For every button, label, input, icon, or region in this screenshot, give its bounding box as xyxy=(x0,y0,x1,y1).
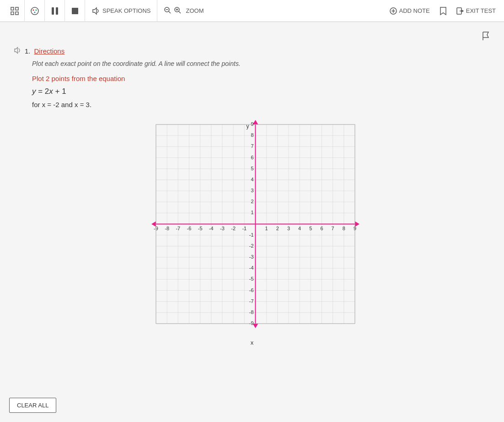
zoom-in-icon[interactable] xyxy=(174,6,181,15)
svg-rect-10 xyxy=(72,8,78,14)
svg-line-15 xyxy=(179,11,181,13)
directions-link[interactable]: Directions xyxy=(34,47,65,55)
zoom-out-icon[interactable] xyxy=(164,6,171,15)
main-content: 1. Directions Plot each exact point on t… xyxy=(0,22,504,422)
svg-rect-8 xyxy=(52,7,54,15)
question-speak-icon[interactable] xyxy=(14,47,21,55)
directions-text: Plot each exact point on the coordinate … xyxy=(32,60,490,67)
exit-test-label: EXIT TEST xyxy=(466,7,496,14)
toolbar-right: ADD NOTE EXIT TEST xyxy=(386,5,499,16)
svg-rect-0 xyxy=(11,7,14,10)
zoom-label: ZOOM xyxy=(186,7,204,14)
equation: y = 2x + 1 xyxy=(32,87,490,96)
svg-point-7 xyxy=(34,11,35,13)
zoom-section: ZOOM xyxy=(157,0,210,22)
exit-test-btn[interactable]: EXIT TEST xyxy=(453,5,499,16)
svg-point-4 xyxy=(31,7,38,15)
svg-point-5 xyxy=(32,9,34,11)
grid-icon-btn[interactable] xyxy=(5,0,25,22)
flag-container xyxy=(14,31,490,43)
svg-rect-9 xyxy=(56,7,58,15)
svg-line-12 xyxy=(169,11,171,13)
bottom-bar: CLEAR ALL xyxy=(9,398,56,413)
speak-options-btn[interactable]: SPEAK OPTIONS xyxy=(85,0,157,22)
speak-options-label: SPEAK OPTIONS xyxy=(102,7,150,14)
toolbar-left: SPEAK OPTIONS ZOOM xyxy=(5,0,386,22)
add-note-label: ADD NOTE xyxy=(399,7,430,14)
palette-icon-btn[interactable] xyxy=(25,0,45,22)
for-x-text: for x = -2 and x = 3. xyxy=(32,101,490,108)
clear-all-button[interactable]: CLEAR ALL xyxy=(9,398,56,413)
add-note-btn[interactable]: ADD NOTE xyxy=(386,5,434,16)
svg-rect-3 xyxy=(16,12,18,15)
pause-icon-btn[interactable] xyxy=(45,0,65,22)
question-number: 1. xyxy=(25,47,31,55)
svg-rect-1 xyxy=(16,7,18,10)
grid-wrapper: x xyxy=(142,118,362,346)
bookmark-btn[interactable] xyxy=(439,6,447,16)
question-header: 1. Directions xyxy=(14,47,490,55)
coordinate-grid[interactable] xyxy=(142,118,362,337)
stop-icon-btn[interactable] xyxy=(65,0,85,22)
grid-container: x xyxy=(14,118,490,346)
flag-icon[interactable] xyxy=(481,31,490,43)
svg-point-6 xyxy=(35,9,37,11)
toolbar: SPEAK OPTIONS ZOOM xyxy=(0,0,504,22)
x-axis-label: x xyxy=(142,339,362,346)
svg-rect-2 xyxy=(11,12,14,15)
plot-instruction: Plot 2 points from the equation xyxy=(32,75,490,82)
